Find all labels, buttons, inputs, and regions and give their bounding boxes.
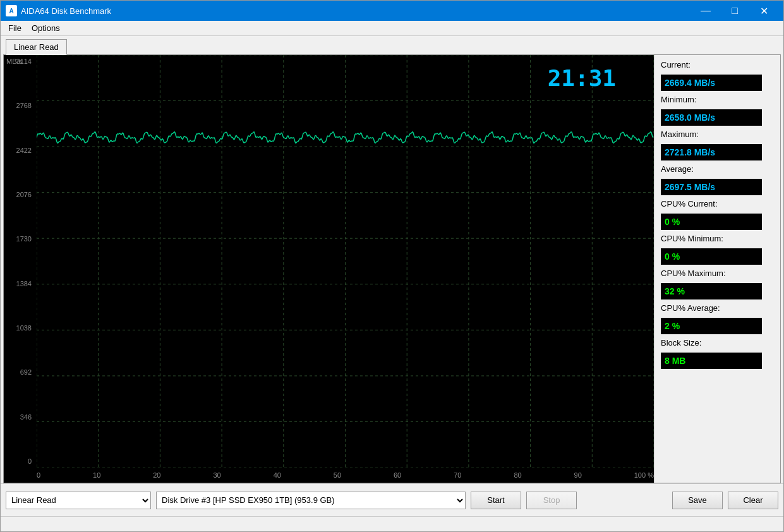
save-button[interactable]: Save xyxy=(672,492,723,509)
chart-canvas xyxy=(37,55,654,468)
y-axis-labels: 3114 2768 2422 2076 1730 1384 1038 692 3… xyxy=(4,55,34,468)
average-label: Average: xyxy=(661,164,774,174)
tabs-area: Linear Read xyxy=(1,36,783,54)
x-label-90: 90 xyxy=(574,471,582,479)
y-label-1384: 1384 xyxy=(4,280,34,287)
cpu-current-label: CPU% Current: xyxy=(661,199,774,209)
y-label-1038: 1038 xyxy=(4,324,34,332)
x-label-0: 0 xyxy=(37,471,40,479)
start-button[interactable]: Start xyxy=(471,492,521,509)
menu-bar: File Options xyxy=(1,21,783,36)
cpu-minimum-value: 0 % xyxy=(661,248,762,265)
maximum-value: 2721.8 MB/s xyxy=(661,144,762,160)
main-panel: MB/s 3114 2768 2422 2076 1730 1384 1038 … xyxy=(3,54,781,483)
block-size-label: Block Size: xyxy=(661,338,774,348)
y-label-3114: 3114 xyxy=(4,57,34,65)
close-button[interactable]: ✕ xyxy=(749,1,778,21)
y-label-2768: 2768 xyxy=(4,102,34,109)
cpu-current-value: 0 % xyxy=(661,214,762,230)
x-label-50: 50 xyxy=(334,471,341,479)
test-type-dropdown[interactable]: Linear Read xyxy=(6,492,151,509)
y-label-0: 0 xyxy=(4,457,34,465)
x-label-20: 20 xyxy=(153,471,160,479)
window-controls: — □ ✕ xyxy=(691,1,778,21)
cpu-average-label: CPU% Average: xyxy=(661,303,774,313)
x-label-30: 30 xyxy=(213,471,220,479)
side-panel: Current: 2669.4 MB/s Minimum: 2658.0 MB/… xyxy=(654,55,780,483)
cpu-average-value: 2 % xyxy=(661,318,762,334)
cpu-maximum-value: 32 % xyxy=(661,283,762,299)
x-axis-labels: 0 10 20 30 40 50 60 70 80 90 100 % xyxy=(37,468,654,483)
menu-file[interactable]: File xyxy=(3,22,27,34)
current-label: Current: xyxy=(661,60,774,70)
disk-select-dropdown[interactable]: Disk Drive #3 [HP SSD EX950 1TB] (953.9 … xyxy=(156,492,466,509)
x-label-100: 100 % xyxy=(634,471,654,479)
cpu-minimum-label: CPU% Minimum: xyxy=(661,234,774,243)
minimum-label: Minimum: xyxy=(661,95,774,104)
y-label-346: 346 xyxy=(4,413,34,421)
x-label-10: 10 xyxy=(93,471,100,479)
y-label-2422: 2422 xyxy=(4,147,34,154)
bottom-bar: Linear Read Disk Drive #3 [HP SSD EX950 … xyxy=(1,483,783,516)
y-label-692: 692 xyxy=(4,368,34,376)
tab-linear-read[interactable]: Linear Read xyxy=(6,39,67,55)
window-title: AIDA64 Disk Benchmark xyxy=(21,6,691,16)
chart-area: MB/s 3114 2768 2422 2076 1730 1384 1038 … xyxy=(4,55,654,483)
cpu-maximum-label: CPU% Maximum: xyxy=(661,269,774,278)
minimum-value: 2658.0 MB/s xyxy=(661,109,762,126)
block-size-value: 8 MB xyxy=(661,353,762,369)
title-bar: A AIDA64 Disk Benchmark — □ ✕ xyxy=(1,1,783,21)
x-label-80: 80 xyxy=(514,471,521,479)
chart-timestamp: 21:31 xyxy=(548,65,616,91)
minimize-button[interactable]: — xyxy=(691,1,720,21)
x-label-40: 40 xyxy=(274,471,281,479)
menu-options[interactable]: Options xyxy=(27,22,65,34)
y-label-1730: 1730 xyxy=(4,235,34,243)
x-label-70: 70 xyxy=(454,471,461,479)
status-bar xyxy=(1,516,783,531)
y-label-2076: 2076 xyxy=(4,191,34,198)
chart-canvas-wrapper xyxy=(37,55,654,468)
main-window: A AIDA64 Disk Benchmark — □ ✕ File Optio… xyxy=(0,0,784,532)
maximize-button[interactable]: □ xyxy=(720,1,749,21)
content-area: Linear Read MB/s 3114 2768 2422 2076 173… xyxy=(1,36,783,516)
x-label-60: 60 xyxy=(394,471,401,479)
current-value: 2669.4 MB/s xyxy=(661,75,762,91)
maximum-label: Maximum: xyxy=(661,130,774,139)
average-value: 2697.5 MB/s xyxy=(661,179,762,195)
app-icon: A xyxy=(6,5,17,16)
stop-button[interactable]: Stop xyxy=(526,492,577,509)
clear-button[interactable]: Clear xyxy=(728,492,778,509)
